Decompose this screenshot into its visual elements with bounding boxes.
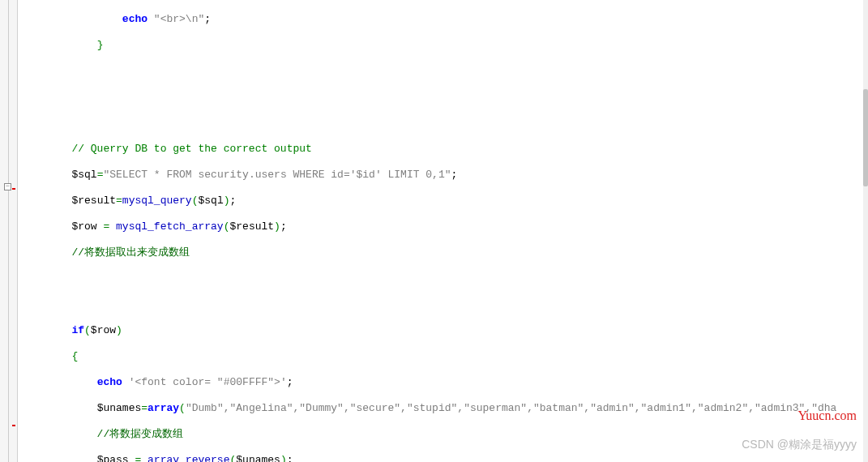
code-editor: − echo "<br>\n"; } // Querry DB to get t… [0,0,868,462]
code-line: $result=mysql_query($sql); [21,195,863,207]
code-area[interactable]: echo "<br>\n"; } // Querry DB to get the… [21,0,863,462]
gutter: − [0,0,18,462]
code-line: { [21,350,863,363]
code-line: //将数据取出来变成数组 [21,246,863,259]
code-line: $sql="SELECT * FROM security.users WHERE… [21,169,863,182]
code-line: echo "<br>\n"; [21,13,863,26]
code-line: if($row) [21,324,863,337]
change-marker [12,188,15,190]
scroll-thumb[interactable] [863,89,868,186]
code-line: } [21,39,863,52]
code-line: $unames=array("Dumb","Angelina","Dummy",… [21,402,863,415]
code-line: $pass = array_reverse($unames); [21,454,863,462]
code-line: // Querry DB to get the correct output [21,143,863,156]
watermark-logo: Yuucn.com [798,409,857,423]
vertical-scrollbar[interactable] [863,0,868,462]
watermark-attribution: CSDN @糊涂是福yyyy [742,438,857,452]
fold-guide [8,0,9,462]
code-line: //将数据变成数组 [21,428,863,441]
code-line: $row = mysql_fetch_array($result); [21,220,863,233]
fold-toggle[interactable]: − [4,183,11,190]
code-line: echo '<font color= "#00FFFF">'; [21,376,863,389]
change-marker [12,425,15,426]
